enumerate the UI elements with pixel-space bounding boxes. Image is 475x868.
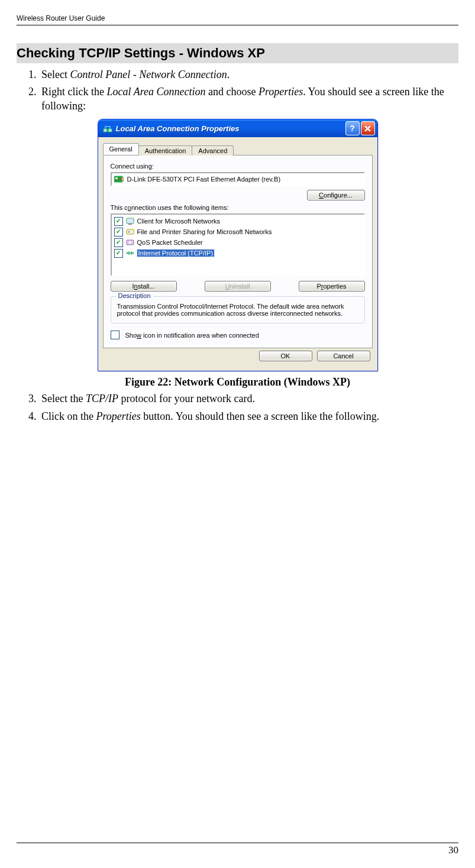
show-icon-label: Show icon in notification area when conn… bbox=[125, 332, 259, 339]
items-listbox[interactable]: ✔ Client for Microsoft Networks ✔ File a… bbox=[111, 213, 365, 276]
svg-rect-4 bbox=[122, 177, 124, 181]
list-item-label: Internet Protocol (TCP/IP) bbox=[137, 250, 215, 257]
svg-point-11 bbox=[126, 252, 128, 254]
items-label: This connection uses the following items… bbox=[111, 204, 365, 211]
svg-rect-5 bbox=[127, 218, 134, 224]
section-heading: Checking TCP/IP Settings - Windows XP bbox=[17, 43, 458, 63]
checkbox-icon[interactable]: ✔ bbox=[114, 228, 123, 237]
description-legend: Description bbox=[116, 292, 153, 299]
svg-rect-6 bbox=[128, 224, 132, 225]
page-number: 30 bbox=[17, 844, 458, 856]
xp-titlebar[interactable]: Local Area Connection Properties ? bbox=[98, 119, 377, 137]
step-4: Click on the Properties button. You shou… bbox=[39, 410, 458, 423]
description-text: Transmission Control Protocol/Internet P… bbox=[117, 303, 358, 317]
checkbox-icon[interactable]: ✔ bbox=[114, 217, 123, 226]
adapter-name: D-Link DFE-530TX PCI Fast Ethernet Adapt… bbox=[127, 176, 281, 183]
step-3: Select the TCP/IP protocol for your netw… bbox=[39, 392, 458, 406]
configure-button[interactable]: Configure... bbox=[307, 190, 365, 200]
list-item[interactable]: ✔ Internet Protocol (TCP/IP) bbox=[112, 248, 364, 258]
tab-advanced[interactable]: Advanced bbox=[192, 145, 234, 156]
footer: 30 bbox=[17, 843, 458, 856]
show-icon-row[interactable]: ✔ Show icon in notification area when co… bbox=[111, 331, 365, 339]
connect-using-label: Connect using: bbox=[111, 163, 365, 170]
step-2-text-b: and choose bbox=[205, 86, 258, 98]
xp-body: General Authentication Advanced Connect … bbox=[98, 137, 377, 371]
xp-dialog: Local Area Connection Properties ? Gener… bbox=[98, 119, 378, 371]
svg-point-10 bbox=[129, 241, 131, 244]
fileprint-icon bbox=[125, 227, 135, 237]
list-item[interactable]: ✔ Client for Microsoft Networks bbox=[112, 216, 364, 226]
step-3-italic: TCP/IP bbox=[86, 393, 118, 404]
list-item-label: QoS Packet Scheduler bbox=[137, 239, 203, 246]
ok-button[interactable]: OK bbox=[259, 351, 312, 361]
checkbox-icon[interactable]: ✔ bbox=[114, 238, 123, 247]
step-2-italic-1: Local Area Connection bbox=[106, 86, 205, 98]
dialog-title: Local Area Connection Properties bbox=[116, 124, 344, 133]
install-button[interactable]: Install... bbox=[111, 281, 177, 292]
step-3-text-a: Select the bbox=[41, 393, 86, 404]
step-4-text-b: button. You should then see a screen lik… bbox=[141, 410, 379, 422]
figure-wrap: Local Area Connection Properties ? Gener… bbox=[17, 119, 458, 371]
svg-rect-1 bbox=[108, 129, 112, 132]
step-2-italic-2: Properties bbox=[258, 86, 303, 98]
cancel-button[interactable]: Cancel bbox=[317, 351, 370, 361]
configure-button-rest: onfigure... bbox=[324, 192, 353, 199]
steps-list-bottom: Select the TCP/IP protocol for your netw… bbox=[17, 392, 458, 423]
description-group: Description Transmission Control Protoco… bbox=[111, 296, 365, 323]
properties-button[interactable]: Properties bbox=[299, 281, 365, 292]
help-button[interactable]: ? bbox=[345, 121, 360, 135]
qos-icon bbox=[125, 238, 135, 247]
ok-cancel-row: OK Cancel bbox=[103, 348, 373, 366]
tcpip-icon bbox=[125, 248, 135, 258]
client-icon bbox=[125, 216, 135, 226]
svg-point-12 bbox=[132, 252, 134, 254]
running-header: Wireless Router User Guide bbox=[17, 14, 458, 24]
step-3-text-b: protocol for your network card. bbox=[118, 393, 255, 404]
uninstall-button[interactable]: Uninstall bbox=[205, 281, 271, 292]
checkbox-icon[interactable]: ✔ bbox=[114, 249, 123, 258]
list-item-label: Client for Microsoft Networks bbox=[137, 218, 221, 225]
step-4-text-a: Click on the bbox=[41, 410, 96, 422]
tab-panel-general: Connect using: D-Link DFE-530TX PCI Fast… bbox=[103, 155, 373, 348]
list-item[interactable]: ✔ File and Printer Sharing for Microsoft… bbox=[112, 226, 364, 237]
svg-rect-8 bbox=[128, 231, 130, 233]
nic-icon bbox=[114, 175, 124, 183]
connection-icon bbox=[103, 124, 112, 133]
step-2: Right click the Local Area Connection an… bbox=[39, 85, 458, 113]
tab-strip: General Authentication Advanced bbox=[103, 142, 373, 155]
tab-general[interactable]: General bbox=[103, 143, 139, 155]
step-1-text-b: . bbox=[227, 69, 230, 80]
figure-caption: Figure 22: Network Configuration (Window… bbox=[17, 376, 458, 388]
show-icon-checkbox[interactable]: ✔ bbox=[111, 331, 119, 339]
install-row: Install... Uninstall Properties bbox=[111, 281, 365, 292]
svg-rect-0 bbox=[104, 129, 107, 132]
step-2-text-a: Right click the bbox=[41, 86, 106, 98]
header-rule bbox=[17, 25, 458, 25]
steps-list-top: Select Control Panel - Network Connectio… bbox=[17, 68, 458, 113]
step-1-italic: Control Panel - Network Connection bbox=[70, 69, 227, 80]
adapter-field[interactable]: D-Link DFE-530TX PCI Fast Ethernet Adapt… bbox=[111, 172, 365, 186]
tab-authentication[interactable]: Authentication bbox=[138, 145, 193, 156]
list-item[interactable]: ✔ QoS Packet Scheduler bbox=[112, 237, 364, 248]
step-1: Select Control Panel - Network Connectio… bbox=[39, 68, 458, 82]
footer-rule bbox=[17, 843, 458, 843]
step-1-text-a: Select bbox=[41, 69, 70, 80]
close-button[interactable] bbox=[361, 121, 375, 135]
svg-rect-3 bbox=[115, 177, 118, 179]
configure-row: Configure... bbox=[111, 190, 365, 200]
step-4-italic: Properties bbox=[96, 410, 141, 422]
list-item-label: File and Printer Sharing for Microsoft N… bbox=[137, 228, 272, 235]
